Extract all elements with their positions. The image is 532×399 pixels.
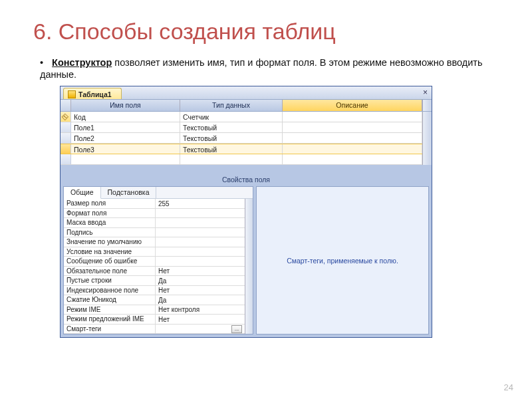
- primary-key-icon: ⚿: [61, 112, 70, 121]
- grid-vertical-scrollbar[interactable]: [422, 112, 432, 165]
- property-row[interactable]: Сообщение об ошибке: [64, 257, 245, 267]
- field-name-cell[interactable]: Код: [71, 112, 180, 122]
- property-row[interactable]: Маска ввода: [64, 218, 245, 228]
- property-row[interactable]: Пустые строкиДа: [64, 276, 245, 286]
- grid-scrollbar-head: [422, 100, 432, 111]
- close-icon[interactable]: ×: [423, 88, 428, 97]
- properties-tabs: Общие Подстановка: [64, 187, 253, 199]
- row-selector[interactable]: [61, 133, 71, 143]
- property-name: Размер поля: [64, 199, 156, 208]
- field-type-cell[interactable]: Текстовый: [180, 144, 283, 154]
- property-name: Сообщение об ошибке: [64, 257, 156, 266]
- field-name-cell[interactable]: Поле2: [71, 133, 180, 143]
- property-name: Маска ввода: [64, 218, 156, 227]
- property-name: Сжатие Юникод: [64, 295, 156, 305]
- property-row[interactable]: Режим IMEНет контроля: [64, 305, 245, 315]
- field-desc-cell[interactable]: [283, 133, 422, 143]
- property-value-text: Нет: [158, 316, 170, 323]
- property-value[interactable]: [156, 209, 245, 218]
- row-selector[interactable]: [61, 154, 71, 164]
- property-hint-panel: Смарт-теги, применяемые к полю.: [256, 186, 429, 334]
- property-row[interactable]: Смарт-теги...: [64, 325, 245, 334]
- property-name: Режим предложений IME: [64, 315, 156, 324]
- tab-lookup[interactable]: Подстановка: [101, 187, 157, 198]
- field-desc-cell[interactable]: [283, 154, 422, 164]
- table-icon: [68, 90, 76, 98]
- field-name-cell[interactable]: [71, 154, 180, 164]
- table-row[interactable]: ⚿КодСчетчик: [61, 112, 422, 122]
- property-name: Смарт-теги: [64, 325, 156, 334]
- property-row[interactable]: Условие на значение: [64, 247, 245, 257]
- property-value[interactable]: ...: [156, 325, 245, 334]
- property-value[interactable]: [156, 247, 245, 257]
- row-selector[interactable]: ⚿: [61, 112, 71, 122]
- document-tab-bar: Таблица1 ×: [61, 86, 432, 100]
- property-value-text: Да: [158, 297, 166, 304]
- property-row[interactable]: Сжатие ЮникодДа: [64, 295, 245, 305]
- property-value[interactable]: Да: [156, 276, 245, 285]
- field-name-cell[interactable]: Поле3: [71, 144, 180, 154]
- document-tab[interactable]: Таблица1: [63, 88, 122, 99]
- property-name: Индексированное поле: [64, 286, 156, 295]
- property-value[interactable]: [156, 257, 245, 266]
- field-desc-cell[interactable]: [283, 144, 422, 154]
- bullet-lead: Конструктор: [52, 57, 112, 68]
- property-row[interactable]: Значение по умолчанию: [64, 237, 245, 247]
- bullet-marker: •: [40, 57, 49, 68]
- property-value[interactable]: [156, 237, 245, 247]
- access-design-window: Таблица1 × Имя поля Тип данных Описание …: [60, 86, 432, 338]
- table-row[interactable]: Поле3Текстовый: [61, 144, 422, 154]
- property-row[interactable]: Индексированное полеНет: [64, 286, 245, 296]
- property-value[interactable]: Нет: [156, 315, 245, 324]
- field-type-cell[interactable]: Счетчик: [180, 112, 283, 122]
- property-row[interactable]: Обязательное полеНет: [64, 267, 245, 277]
- slide-page-number: 24: [504, 382, 513, 392]
- property-value[interactable]: [156, 228, 245, 237]
- property-name: Значение по умолчанию: [64, 237, 156, 247]
- field-name-cell[interactable]: Поле1: [71, 122, 180, 132]
- col-header-name[interactable]: Имя поля: [71, 100, 180, 111]
- field-type-cell[interactable]: Текстовый: [180, 133, 283, 143]
- col-header-description[interactable]: Описание: [283, 100, 422, 111]
- property-value[interactable]: Нет контроля: [156, 305, 245, 315]
- property-value[interactable]: 255: [156, 199, 245, 208]
- property-value-text: Нет: [158, 267, 170, 275]
- row-selector-header: [61, 100, 71, 111]
- field-type-cell[interactable]: [180, 154, 283, 164]
- property-name: Подпись: [64, 228, 156, 237]
- property-value[interactable]: Нет: [156, 286, 245, 295]
- slide-title: 6. Способы создания таблиц: [0, 0, 532, 45]
- col-header-type[interactable]: Тип данных: [180, 100, 283, 111]
- grid-header: Имя поля Тип данных Описание: [61, 100, 432, 112]
- table-row[interactable]: [61, 154, 422, 165]
- row-selector[interactable]: [61, 144, 71, 154]
- properties-scrollbar[interactable]: [245, 199, 253, 334]
- property-row[interactable]: Режим предложений IMEНет: [64, 315, 245, 325]
- table-row[interactable]: Поле1Текстовый: [61, 122, 422, 133]
- property-name: Обязательное поле: [64, 267, 156, 276]
- property-name: Условие на значение: [64, 247, 156, 257]
- property-row[interactable]: Формат поля: [64, 209, 245, 219]
- field-properties-pane: Общие Подстановка Размер поля255Формат п…: [61, 186, 432, 337]
- property-value-text: Да: [158, 277, 166, 285]
- property-value-text: Нет: [158, 287, 170, 294]
- field-type-cell[interactable]: Текстовый: [180, 122, 283, 132]
- tab-general[interactable]: Общие: [64, 187, 101, 199]
- property-value[interactable]: Да: [156, 295, 245, 305]
- properties-caption: Свойства поля: [61, 165, 432, 186]
- property-name: Режим IME: [64, 305, 156, 315]
- property-row[interactable]: Подпись: [64, 228, 245, 238]
- properties-grid: Общие Подстановка Размер поля255Формат п…: [63, 186, 253, 334]
- property-name: Пустые строки: [64, 276, 156, 285]
- slide-bullet: • Конструктор позволяет изменить имя, ти…: [0, 45, 532, 86]
- property-value[interactable]: [156, 218, 245, 227]
- field-desc-cell[interactable]: [283, 112, 422, 122]
- property-value-text: Нет контроля: [158, 306, 200, 313]
- row-selector[interactable]: [61, 122, 71, 132]
- field-desc-cell[interactable]: [283, 122, 422, 132]
- document-tab-label: Таблица1: [78, 90, 112, 98]
- property-row[interactable]: Размер поля255: [64, 199, 245, 209]
- builder-button[interactable]: ...: [231, 325, 242, 333]
- table-row[interactable]: Поле2Текстовый: [61, 133, 422, 144]
- property-value[interactable]: Нет: [156, 267, 245, 276]
